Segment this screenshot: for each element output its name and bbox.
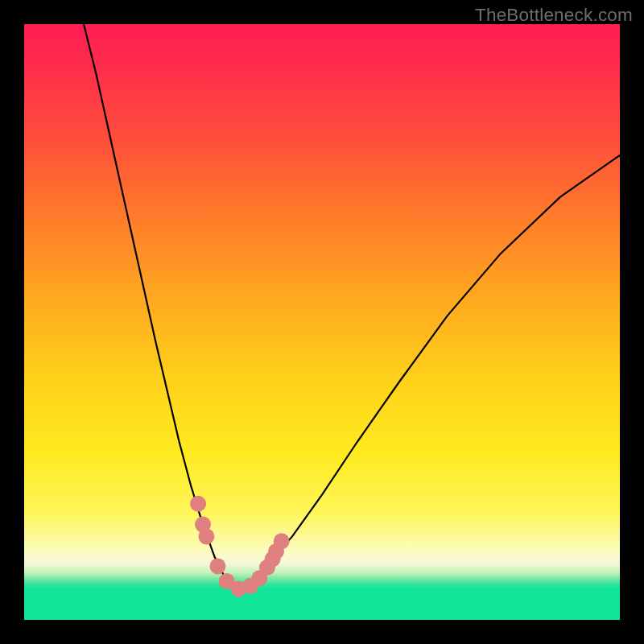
watermark-text: TheBottleneck.com — [475, 5, 633, 26]
marker-point — [198, 528, 214, 544]
curve-left-branch — [84, 24, 236, 590]
highlighted-points — [190, 496, 290, 597]
chart-svg — [24, 24, 620, 620]
marker-point — [274, 533, 290, 549]
curve-right-branch — [236, 155, 620, 590]
marker-point — [190, 496, 206, 512]
plot-area — [24, 24, 620, 620]
marker-point — [210, 558, 226, 574]
outer-frame: TheBottleneck.com — [0, 0, 644, 644]
